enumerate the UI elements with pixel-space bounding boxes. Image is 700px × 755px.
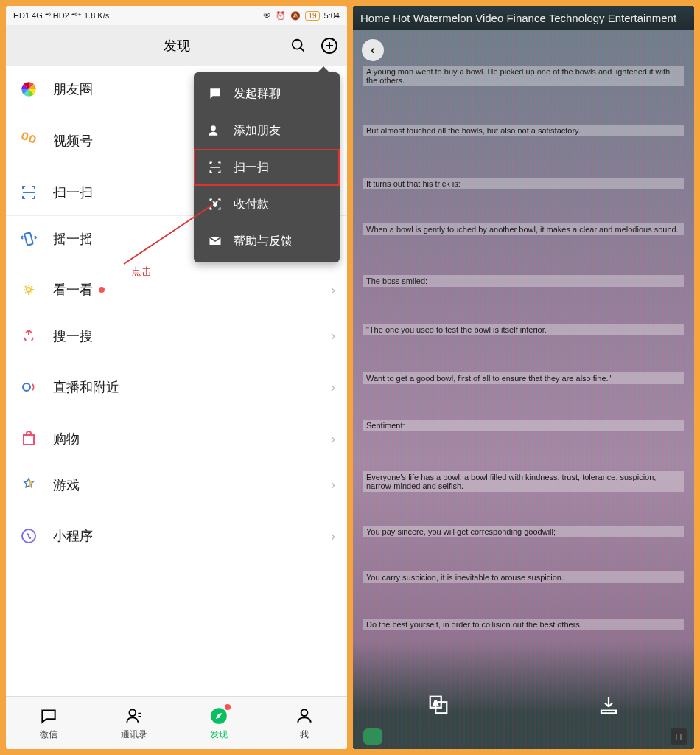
- menu-add-friend[interactable]: 添加朋友: [194, 112, 340, 149]
- row-label: 摇一摇: [53, 230, 93, 248]
- chevron-right-icon: ›: [331, 431, 335, 447]
- download-icon[interactable]: [594, 690, 623, 720]
- page-header: 发现: [6, 25, 347, 66]
- games-icon: [18, 474, 40, 496]
- row-label: 小程序: [53, 527, 93, 545]
- shake-icon: [18, 228, 40, 250]
- menu-label: 帮助与反馈: [234, 234, 293, 249]
- svg-rect-5: [24, 232, 33, 246]
- chat-bubble-icon: [207, 86, 223, 102]
- badge-dot: [99, 287, 105, 293]
- money-icon: ¥: [207, 196, 223, 212]
- menu-label: 发起群聊: [234, 86, 281, 102]
- tab-label: 通讯录: [121, 728, 147, 741]
- shopping-icon: [18, 428, 40, 450]
- svg-point-0: [293, 40, 302, 49]
- row-label: 购物: [53, 430, 80, 448]
- row-nearby[interactable]: 直播和附近 ›: [6, 364, 347, 410]
- topstories-icon: [18, 279, 40, 301]
- row-label: 扫一扫: [53, 184, 93, 201]
- ocr-line: Everyone's life has a bowl, a bowl fille…: [363, 471, 684, 492]
- row-games[interactable]: 游戏 ›: [6, 462, 347, 507]
- ocr-line: It turns out that his trick is:: [363, 178, 684, 189]
- badge-dot: [225, 704, 231, 710]
- scan-icon: [18, 181, 40, 203]
- svg-text:¥: ¥: [213, 201, 217, 208]
- page-title: 发现: [164, 37, 190, 55]
- battery-indicator: 19: [305, 11, 319, 21]
- svg-point-13: [129, 709, 136, 716]
- status-bar: HD1 4G ⁴⁶ HD2 ⁴⁶⁺ 1.8 K/s 👁 ⏰ 🔕 19 5:04: [6, 6, 347, 25]
- row-topstories[interactable]: 看一看 ›: [6, 267, 347, 313]
- row-label: 直播和附近: [53, 378, 119, 396]
- scan-topnav: Home Hot Watermelon Video Finance Techno…: [353, 6, 694, 30]
- row-label: 搜一搜: [53, 327, 93, 345]
- tab-label: 微信: [40, 728, 57, 741]
- chat-icon: [38, 706, 59, 726]
- svg-line-1: [301, 48, 304, 52]
- row-search[interactable]: 搜一搜 ›: [6, 313, 347, 358]
- scan-bottombar: A: [353, 690, 694, 720]
- contacts-icon: [124, 706, 144, 726]
- row-label: 游戏: [53, 476, 80, 494]
- ocr-line: Do the best yourself, in order to collis…: [363, 619, 684, 630]
- ocr-line: When a bowl is gently touched by another…: [363, 223, 684, 235]
- menu-money[interactable]: ¥ 收付款: [194, 186, 340, 223]
- ocr-line: You carry suspicion, it is inevitable to…: [363, 571, 684, 583]
- tab-wechat[interactable]: 微信: [6, 706, 91, 741]
- vibrate-icon: 🔕: [290, 11, 301, 21]
- ocr-line: The boss smiled:: [363, 275, 684, 287]
- mail-icon: [207, 233, 223, 249]
- tab-bar: 微信 通讯录 发现 我: [6, 696, 347, 749]
- chevron-right-icon: ›: [331, 328, 335, 344]
- sousearch-icon: [18, 325, 40, 347]
- tab-me[interactable]: 我: [262, 706, 347, 741]
- nearby-icon: [18, 376, 40, 398]
- scan-surface: ‹ A young man went to buy a bowl. He pic…: [353, 30, 694, 749]
- svg-point-9: [211, 125, 216, 131]
- channels-icon: [18, 130, 40, 152]
- chevron-right-icon: ›: [331, 282, 335, 298]
- chevron-right-icon: ›: [331, 477, 335, 493]
- menu-feedback[interactable]: 帮助与反馈: [194, 223, 340, 260]
- status-left: HD1 4G ⁴⁶ HD2 ⁴⁶⁺ 1.8 K/s: [13, 11, 109, 21]
- ocr-line: A young man went to buy a bowl. He picke…: [363, 66, 684, 86]
- row-miniprogram[interactable]: 小程序 ›: [6, 513, 347, 559]
- translate-icon[interactable]: A: [424, 690, 453, 720]
- ocr-line: Sentiment:: [363, 420, 684, 431]
- menu-new-groupchat[interactable]: 发起群聊: [194, 75, 340, 112]
- tab-label: 我: [300, 728, 309, 741]
- svg-point-6: [27, 288, 31, 292]
- wechat-discover-screen: HD1 4G ⁴⁶ HD2 ⁴⁶⁺ 1.8 K/s 👁 ⏰ 🔕 19 5:04 …: [6, 6, 347, 749]
- menu-label: 收付款: [234, 197, 269, 212]
- ocr-line: You pay sincere, you will get correspond…: [363, 526, 684, 537]
- back-button[interactable]: ‹: [362, 39, 384, 61]
- ocr-line: "The one you used to test the bowl is it…: [363, 324, 684, 335]
- h-badge: H: [671, 728, 687, 745]
- row-label: 看一看: [53, 281, 93, 299]
- menu-scan[interactable]: 扫一扫: [194, 149, 340, 186]
- wechat-mini-icon: [363, 728, 382, 745]
- plus-dropdown: 发起群聊 添加朋友 扫一扫 ¥ 收付款 帮助与反馈: [194, 72, 340, 262]
- moments-icon: [18, 78, 40, 100]
- miniprogram-icon: [18, 525, 40, 547]
- menu-label: 扫一扫: [234, 160, 269, 175]
- row-label: 视频号: [53, 132, 93, 150]
- add-friend-icon: [207, 122, 223, 139]
- annotation-click-label: 点击: [131, 265, 152, 279]
- chevron-right-icon: ›: [331, 529, 335, 544]
- tab-discover[interactable]: 发现: [177, 706, 262, 741]
- status-time: 5:04: [324, 11, 340, 20]
- ocr-line: Want to get a good bowl, first of all to…: [363, 372, 684, 384]
- alarm-icon: ⏰: [276, 11, 286, 21]
- me-icon: [294, 706, 315, 726]
- svg-point-15: [301, 709, 308, 716]
- tab-contacts[interactable]: 通讯录: [91, 706, 177, 741]
- row-shopping[interactable]: 购物 ›: [6, 416, 347, 462]
- svg-text:A: A: [433, 699, 438, 706]
- scan-icon: [207, 159, 223, 175]
- plus-icon[interactable]: [319, 35, 340, 56]
- search-icon[interactable]: [288, 35, 309, 56]
- eye-icon: 👁: [263, 11, 271, 20]
- chevron-right-icon: ›: [331, 380, 335, 395]
